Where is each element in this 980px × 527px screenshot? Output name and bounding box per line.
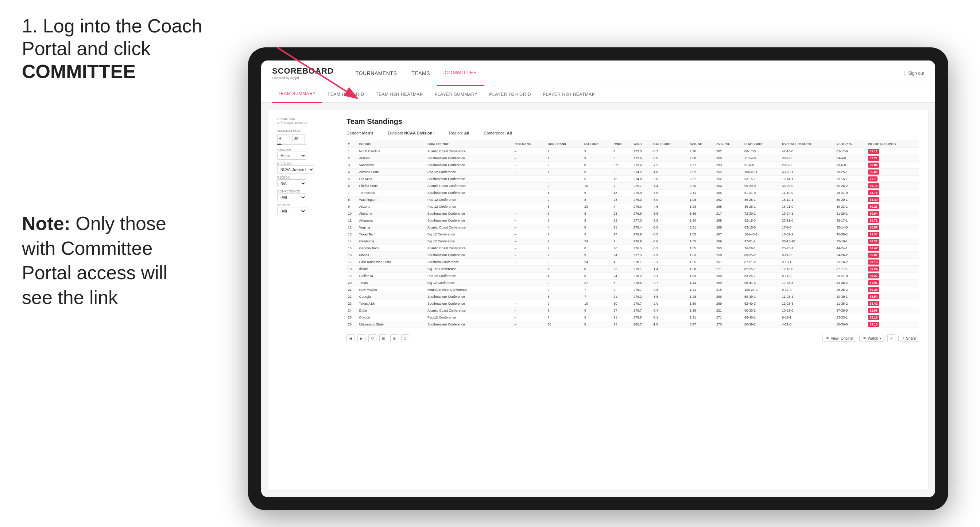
cell-no-tour: 6 bbox=[583, 189, 612, 197]
nav-link-tournaments[interactable]: TOURNAMENTS bbox=[348, 60, 404, 86]
cell-rnds: 27 bbox=[612, 231, 632, 238]
min-rounds-max-input[interactable] bbox=[292, 134, 305, 142]
sub-nav-team-h2h-grid[interactable]: TEAM H2H GRID bbox=[322, 86, 370, 103]
cell-rank: 22 bbox=[347, 294, 358, 300]
cell-avg-rd: 268 bbox=[715, 217, 743, 224]
cell-reg-rank: – bbox=[513, 197, 546, 203]
sub-nav-player-summary[interactable]: PLAYER SUMMARY bbox=[428, 86, 483, 103]
cell-adj-score: -1.4 bbox=[651, 266, 688, 273]
toolbar-forward-btn[interactable]: ▶ bbox=[358, 334, 366, 342]
toolbar-clock-btn[interactable]: ⏱ bbox=[401, 334, 409, 342]
cell-school: Texas bbox=[358, 279, 426, 286]
cell-adj-score: -7.2 bbox=[651, 162, 688, 169]
cell-rnds: 23 bbox=[612, 210, 632, 217]
toolbar-expand-btn[interactable]: ⤢ bbox=[887, 334, 896, 342]
gender-select[interactable]: Men's bbox=[277, 152, 306, 160]
min-rounds-slider[interactable] bbox=[277, 144, 306, 145]
table-row: 24 Duke Atlantic Coast Conference – 5 9 … bbox=[347, 307, 919, 314]
cell-vs25: 44-24-1 bbox=[835, 245, 866, 252]
cell-rnds: 5 bbox=[612, 169, 632, 176]
cell-conference: Atlantic Coast Conference bbox=[426, 224, 513, 231]
cell-avg-sg: 2.77 bbox=[688, 162, 715, 169]
cell-adj-score: -6.0 bbox=[651, 197, 688, 203]
cell-overall: 4-21-0 bbox=[781, 321, 835, 328]
nav-link-teams[interactable]: TEAMS bbox=[404, 60, 437, 86]
cell-no-tour: 8 bbox=[583, 321, 612, 328]
cell-vs25: 10-30-0 bbox=[835, 321, 866, 328]
table-row: 14 Oklahoma Big 12 Conference – 2 24 2 2… bbox=[347, 238, 919, 245]
step-bold: COMMITTEE bbox=[22, 61, 136, 82]
cell-avg-rd: 266 bbox=[715, 294, 743, 300]
toolbar-watch-button[interactable]: 👁 Watch ▾ bbox=[859, 335, 885, 342]
cell-vs50: 68.18 bbox=[867, 314, 919, 321]
cell-avg-sg: 1.44 bbox=[688, 279, 715, 286]
cell-conf-rank: 1 bbox=[546, 266, 583, 273]
cell-conf-rank: 7 bbox=[546, 314, 583, 321]
toolbar-back-btn[interactable]: ◀ bbox=[347, 334, 355, 342]
cell-conf-rank: 7 bbox=[546, 252, 583, 259]
sub-nav-player-h2h-grid[interactable]: PLAYER H2H GRID bbox=[483, 86, 537, 103]
step-number: 1. bbox=[22, 15, 38, 37]
cell-avg-sg: 2.37 bbox=[688, 176, 715, 183]
cell-wins: 276.9 bbox=[632, 238, 651, 245]
cell-rnds: 30 bbox=[612, 300, 632, 307]
cell-school: Duke bbox=[358, 307, 426, 314]
cell-wins: 276.9 bbox=[632, 231, 651, 238]
cell-rank: 16 bbox=[347, 252, 358, 259]
cell-low-score: 82-18-3 bbox=[743, 217, 781, 224]
toolbar-refresh-btn[interactable]: ↺ bbox=[368, 334, 376, 342]
min-rounds-min-input[interactable] bbox=[277, 134, 290, 142]
cell-low-score: 91-6-0 bbox=[743, 162, 781, 169]
content-panel: Update time: 27/03/2024 16:56:26 Minimum… bbox=[269, 110, 928, 490]
toolbar-share-button[interactable]: ↗ Share bbox=[898, 335, 919, 342]
sub-nav-team-summary[interactable]: TEAM SUMMARY bbox=[272, 86, 322, 103]
cell-school: Texas Tech bbox=[358, 231, 426, 238]
cell-adj-score: -3.8 bbox=[651, 217, 688, 224]
cell-conf-rank: 1 bbox=[546, 148, 583, 155]
cell-no-tour: 9 bbox=[583, 155, 612, 162]
conference-select[interactable]: (All) bbox=[277, 193, 306, 201]
cell-avg-rd: 265 bbox=[715, 189, 743, 197]
cell-conference: Southeastern Conference bbox=[426, 210, 513, 217]
cell-adj-score: -2.9 bbox=[651, 252, 688, 259]
cell-reg-rank: – bbox=[513, 231, 546, 238]
cell-avg-rd: 269 bbox=[715, 279, 743, 286]
toolbar-add-btn[interactable]: ⊕ bbox=[390, 334, 398, 342]
nav-link-committee[interactable]: COMMITTEE bbox=[437, 60, 484, 86]
cell-vs25: 11-38-2 bbox=[835, 300, 866, 307]
toolbar-view-button[interactable]: 👁 View: Original bbox=[822, 335, 857, 342]
cell-rank: 2 bbox=[347, 155, 358, 162]
cell-overall: 42-16-0 bbox=[781, 148, 835, 155]
table-header-row: # School Conference Reg Rank Conf Rank N… bbox=[347, 140, 919, 148]
cell-vs50: 60.16 bbox=[867, 259, 919, 266]
cell-rnds: 2 bbox=[612, 238, 632, 245]
cell-conference: Big 12 Conference bbox=[426, 231, 513, 238]
cell-rnds: 21 bbox=[612, 224, 632, 231]
cell-conference: Big 12 Conference bbox=[426, 279, 513, 286]
school-select[interactable]: (All) bbox=[277, 207, 306, 215]
nav-bar: SCOREBOARD Powered by clippd TOURNAMENTS… bbox=[261, 60, 935, 86]
division-select[interactable]: NCAA Division I bbox=[277, 165, 314, 173]
cell-school: Mississippi State bbox=[358, 321, 426, 328]
cell-rnds: 23 bbox=[612, 217, 632, 224]
cell-adj-score: -3.8 bbox=[651, 294, 688, 300]
cell-no-tour: 24 bbox=[583, 238, 612, 245]
table-row: 23 Texas A&M Southeastern Conference – 9… bbox=[347, 300, 919, 307]
cell-reg-rank: – bbox=[513, 210, 546, 217]
cell-reg-rank: – bbox=[513, 252, 546, 259]
cell-avg-sg: 2.88 bbox=[688, 155, 715, 162]
region-select[interactable]: N/A bbox=[277, 179, 306, 187]
cell-avg-rd: 282 bbox=[715, 148, 743, 155]
cell-conference: Atlantic Coast Conference bbox=[426, 307, 513, 314]
sub-nav-team-h2h-heatmap[interactable]: TEAM H2H HEATMAP bbox=[370, 86, 428, 103]
cell-reg-rank: – bbox=[513, 162, 546, 169]
cell-low-score: 80-25-2 bbox=[743, 252, 781, 259]
cell-avg-rd: 265 bbox=[715, 245, 743, 252]
cell-low-score: 63-15-1 bbox=[743, 176, 781, 183]
sign-out-link[interactable]: Sign out bbox=[908, 71, 924, 76]
cell-reg-rank: – bbox=[513, 294, 546, 300]
toolbar-copy-btn[interactable]: ⊞ bbox=[379, 334, 387, 342]
cell-low-score: 66-40-1 bbox=[743, 314, 781, 321]
cell-school: Arkansas bbox=[358, 217, 426, 224]
sub-nav-player-h2h-heatmap[interactable]: PLAYER H2H HEATMAP bbox=[537, 86, 601, 103]
